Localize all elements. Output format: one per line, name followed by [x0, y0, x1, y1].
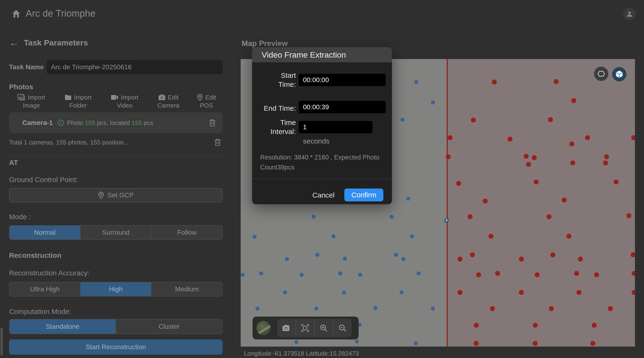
import-image-button[interactable]: Import Image: [18, 93, 45, 110]
photo-dot-red: [524, 154, 529, 159]
photo-dot-red: [519, 257, 524, 262]
photo-dot-red: [631, 135, 635, 140]
start-time-input[interactable]: 00:00:00: [299, 74, 386, 86]
photo-dot-red: [519, 290, 524, 295]
reconstruction-heading: Reconstruction: [9, 251, 61, 259]
confirm-button[interactable]: Confirm: [344, 189, 383, 201]
task-name-input[interactable]: Arc de Triomphe-20250616: [46, 60, 222, 74]
start-reconstruction-button[interactable]: Start Reconstruction: [9, 339, 222, 355]
edit-camera-button[interactable]: Edit Camera: [158, 93, 179, 110]
zoom-in-icon: [320, 324, 328, 332]
folder-icon: [64, 94, 72, 101]
fit-frame-icon: [301, 324, 309, 332]
end-time-label: End Time:: [252, 104, 296, 113]
set-gcp-button[interactable]: Set GCP: [9, 188, 222, 202]
photo-dot-red: [458, 290, 462, 295]
end-time-input[interactable]: 00:00:39: [299, 101, 386, 113]
camera-row[interactable]: Camera-1 Photo 155 pcs, located 155 pcs: [9, 112, 222, 133]
photo-dot-red: [468, 214, 472, 219]
delete-camera-icon[interactable]: [209, 119, 216, 127]
seconds-label: seconds: [303, 137, 330, 145]
photo-dot-blue: [358, 273, 362, 277]
photo-dot-blue: [390, 215, 394, 219]
sidebar-scrollbar[interactable]: [0, 327, 3, 355]
photo-dot-red: [570, 160, 575, 165]
photo-dot-red: [604, 154, 609, 159]
photo-dot-red: [446, 154, 451, 159]
task-name-label: Task Name: [9, 63, 44, 71]
accuracy-medium[interactable]: Medium: [152, 282, 222, 296]
delete-all-icon[interactable]: [214, 139, 221, 146]
photo-dot-blue: [410, 234, 414, 238]
resolution-text: Resolution: 3840 * 2160 , Expected Photo…: [260, 152, 388, 172]
camera-stats: Photo 155 pcs, located 155 pcs: [67, 119, 154, 127]
computation-segment: Standalone Cluster: [9, 319, 222, 334]
photo-dot-red: [526, 162, 531, 167]
photo-dot-red: [474, 323, 479, 328]
photo-dot-red: [490, 306, 495, 311]
accuracy-ultra-high[interactable]: Ultra High: [10, 282, 80, 296]
photo-dot-blue: [342, 290, 346, 294]
app: Arc de Triomphe ← Task Parameters Task N…: [0, 0, 644, 358]
photo-dot-red: [632, 290, 635, 295]
user-avatar[interactable]: [623, 8, 636, 21]
time-interval-input[interactable]: 1: [299, 121, 372, 133]
photo-dot-red: [534, 272, 540, 277]
import-toolbar: Import Image Import Folder Import Video …: [9, 93, 222, 110]
photo-dot-red: [448, 135, 452, 140]
photo-dot-blue: [431, 306, 435, 311]
snapshot-button[interactable]: [277, 319, 296, 337]
photo-dot-blue: [343, 257, 347, 261]
photo-dot-blue: [394, 253, 398, 257]
zoom-in-button[interactable]: [315, 319, 334, 337]
back-arrow-icon[interactable]: ←: [9, 38, 19, 48]
map-toolbar: [252, 316, 358, 339]
coordinates-readout: Longitude:-61.373518 Latitude:15.282473: [244, 350, 359, 357]
photo-dot-red: [488, 234, 494, 239]
photo-dot-red: [508, 137, 512, 142]
basemap-thumbnail[interactable]: [256, 321, 271, 335]
image-icon: [18, 94, 25, 101]
photo-dot-blue: [259, 271, 263, 275]
mode-segment: Normal Surround Follow: [9, 225, 222, 240]
comp-standalone[interactable]: Standalone: [10, 319, 116, 334]
cancel-button[interactable]: Cancel: [309, 189, 338, 201]
photo-dot-blue: [414, 341, 418, 345]
photo-dot-red: [554, 79, 558, 84]
photo-dot-red: [569, 141, 574, 146]
mode-normal[interactable]: Normal: [10, 226, 80, 239]
photo-dot-red: [548, 117, 553, 122]
photo-dot-blue: [300, 273, 304, 277]
hexagon-icon: [598, 70, 605, 78]
camera-icon: [158, 94, 166, 101]
photo-dot-red: [492, 80, 497, 85]
edit-pos-button[interactable]: Edit POS: [197, 93, 216, 110]
photo-dot-red: [546, 214, 552, 219]
map-2d-button[interactable]: [594, 67, 608, 81]
photo-dot-red: [590, 341, 595, 346]
photo-dot-red: [550, 252, 555, 257]
photo-dot-red: [562, 198, 567, 203]
photo-dot-red: [608, 306, 613, 311]
photo-dot-red: [566, 234, 572, 239]
comp-cluster[interactable]: Cluster: [116, 319, 222, 334]
mode-surround[interactable]: Surround: [80, 226, 152, 239]
photo-dot-red: [603, 160, 608, 165]
photo-dot-red: [631, 252, 635, 257]
photo-dot-red: [456, 181, 461, 186]
zoom-out-button[interactable]: [334, 319, 352, 337]
accuracy-high[interactable]: High: [80, 282, 152, 296]
pin-icon: [197, 94, 203, 101]
fit-view-button[interactable]: [296, 319, 315, 337]
map-3d-button[interactable]: [612, 67, 626, 81]
import-video-button[interactable]: Import Video: [111, 93, 138, 110]
mode-follow[interactable]: Follow: [152, 226, 222, 239]
photos-heading: Photos: [9, 83, 33, 91]
info-icon: [58, 120, 64, 126]
dialog-body: StartTime: 00:00:00 End Time: 00:00:39 T…: [252, 62, 392, 179]
import-folder-button[interactable]: Import Folder: [64, 93, 92, 110]
photo-dot-blue: [283, 290, 287, 294]
photo-dot-blue: [252, 235, 256, 239]
flight-path-line: [446, 59, 448, 346]
photo-dot-red: [470, 252, 475, 257]
